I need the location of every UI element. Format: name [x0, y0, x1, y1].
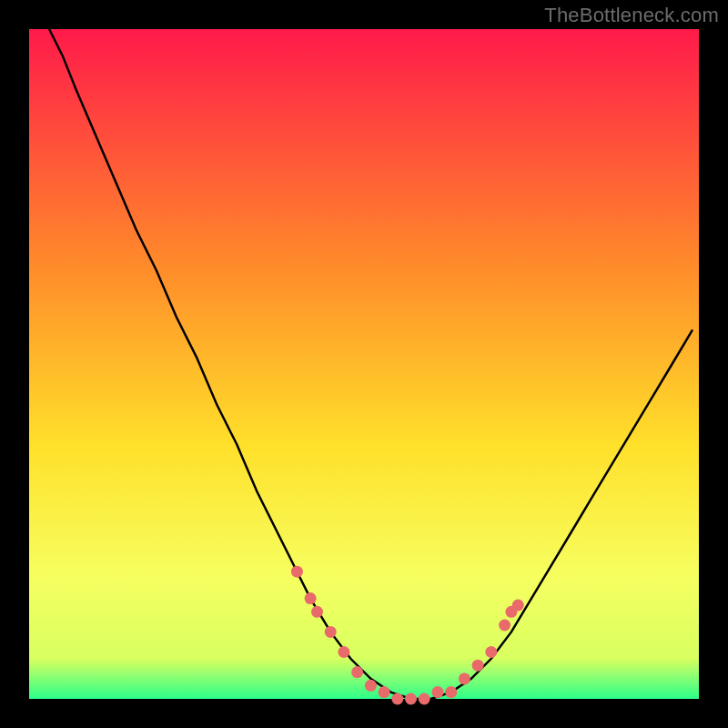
curve-marker: [379, 686, 390, 698]
curve-marker: [512, 600, 524, 612]
chart-container: TheBottleneck.com: [0, 0, 728, 728]
bottleneck-chart: [0, 0, 728, 728]
curve-marker: [305, 592, 317, 604]
curve-marker: [485, 646, 497, 658]
curve-marker: [391, 693, 403, 705]
curve-marker: [338, 646, 349, 658]
plot-background: [29, 29, 699, 699]
curve-marker: [472, 660, 484, 672]
curve-marker: [291, 566, 303, 578]
curve-marker: [351, 666, 363, 678]
curve-marker: [311, 606, 323, 618]
curve-marker: [365, 680, 377, 692]
watermark-text: TheBottleneck.com: [544, 4, 719, 27]
curve-marker: [325, 626, 337, 638]
curve-marker: [459, 672, 470, 684]
curve-marker: [445, 686, 457, 698]
curve-marker: [432, 686, 444, 698]
curve-marker: [499, 620, 511, 632]
curve-marker: [419, 693, 430, 705]
curve-marker: [405, 693, 417, 705]
